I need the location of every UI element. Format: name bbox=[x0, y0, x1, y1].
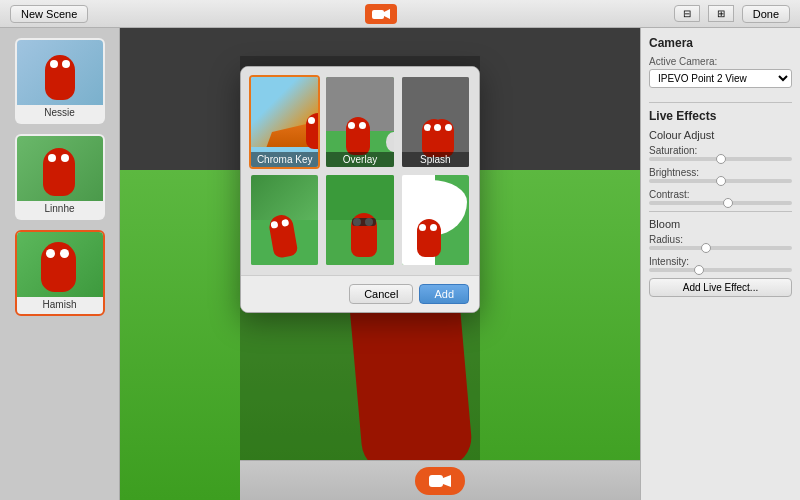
brightness-slider[interactable] bbox=[649, 179, 792, 183]
main-content: Nessie Linnhe Hamish bbox=[0, 28, 800, 500]
effect-img-6 bbox=[402, 175, 469, 265]
contrast-slider[interactable] bbox=[649, 201, 792, 205]
effect-label-overlay: Overlay bbox=[326, 152, 393, 167]
bloom-section: Bloom Radius: Intensity: bbox=[649, 218, 792, 272]
svg-marker-1 bbox=[384, 9, 390, 19]
intensity-label: Intensity: bbox=[649, 256, 792, 267]
saturation-slider[interactable] bbox=[649, 157, 792, 161]
effect-img-4 bbox=[251, 175, 318, 265]
top-bar: New Scene ⊟ ⊞ Done bbox=[0, 0, 800, 28]
segment-left-button[interactable]: ⊟ bbox=[674, 5, 700, 22]
effect-cell-splash[interactable]: Splash bbox=[400, 75, 471, 169]
add-live-effect-button[interactable]: Add Live Effect... bbox=[649, 278, 792, 297]
modal-overlay: Chroma Key bbox=[240, 56, 480, 460]
modal-footer: Cancel Add bbox=[241, 275, 479, 312]
scene-thumb-linnhe[interactable]: Linnhe bbox=[15, 134, 105, 220]
radius-slider[interactable] bbox=[649, 246, 792, 250]
contrast-label: Contrast: bbox=[649, 189, 792, 200]
effect-cell-5[interactable] bbox=[324, 173, 395, 267]
bloom-title: Bloom bbox=[649, 218, 792, 230]
saturation-row: Saturation: bbox=[649, 145, 792, 161]
right-panel: Camera Active Camera: IPEVO Point 2 View… bbox=[640, 28, 800, 500]
top-bar-right: ⊟ ⊞ Done bbox=[674, 5, 790, 23]
scene-label-linnhe: Linnhe bbox=[44, 203, 74, 214]
camera-capture-button[interactable] bbox=[415, 467, 465, 495]
bottom-camera-bar bbox=[240, 460, 640, 500]
svg-rect-2 bbox=[429, 475, 443, 487]
panel-divider-2 bbox=[649, 211, 792, 212]
scene-thumb-nessie-img bbox=[15, 40, 105, 105]
effect-cell-overlay[interactable]: Overlay bbox=[324, 75, 395, 169]
camera-title: Camera bbox=[649, 36, 792, 50]
intensity-slider[interactable] bbox=[649, 268, 792, 272]
brightness-row: Brightness: bbox=[649, 167, 792, 183]
panel-divider-1 bbox=[649, 102, 792, 103]
effect-cell-6[interactable] bbox=[400, 173, 471, 267]
camera-record-icon[interactable] bbox=[365, 4, 397, 24]
center-area: Chroma Key bbox=[120, 28, 640, 500]
radius-label: Radius: bbox=[649, 234, 792, 245]
effects-modal: Chroma Key bbox=[240, 66, 480, 313]
done-button[interactable]: Done bbox=[742, 5, 790, 23]
scene-thumb-nessie[interactable]: Nessie bbox=[15, 38, 105, 124]
intensity-row: Intensity: bbox=[649, 256, 792, 272]
new-scene-button[interactable]: New Scene bbox=[10, 5, 88, 23]
scene-label-hamish: Hamish bbox=[43, 299, 77, 310]
effect-img-5 bbox=[326, 175, 393, 265]
live-effects-title: Live Effects bbox=[649, 109, 792, 123]
contrast-row: Contrast: bbox=[649, 189, 792, 205]
left-sidebar: Nessie Linnhe Hamish bbox=[0, 28, 120, 500]
scene-thumb-hamish-img bbox=[15, 232, 105, 297]
scene-thumb-linnhe-img bbox=[15, 136, 105, 201]
top-bar-left: New Scene bbox=[10, 5, 88, 23]
effect-label-chroma: Chroma Key bbox=[251, 152, 318, 167]
top-bar-center bbox=[365, 4, 397, 24]
effects-grid: Chroma Key bbox=[241, 67, 479, 275]
effect-cell-4[interactable] bbox=[249, 173, 320, 267]
segment-right-button[interactable]: ⊞ bbox=[708, 5, 734, 22]
add-button[interactable]: Add bbox=[419, 284, 469, 304]
scene-thumb-hamish[interactable]: Hamish bbox=[15, 230, 105, 316]
radius-row: Radius: bbox=[649, 234, 792, 250]
scene-label-nessie: Nessie bbox=[44, 107, 75, 118]
cancel-button[interactable]: Cancel bbox=[349, 284, 413, 304]
svg-rect-0 bbox=[372, 10, 384, 19]
colour-adjust-title: Colour Adjust bbox=[649, 129, 792, 141]
active-camera-select[interactable]: IPEVO Point 2 View bbox=[649, 69, 792, 88]
active-camera-label: Active Camera: bbox=[649, 56, 792, 67]
effect-cell-chroma-key[interactable]: Chroma Key bbox=[249, 75, 320, 169]
effect-label-splash: Splash bbox=[402, 152, 469, 167]
svg-marker-3 bbox=[443, 475, 451, 487]
